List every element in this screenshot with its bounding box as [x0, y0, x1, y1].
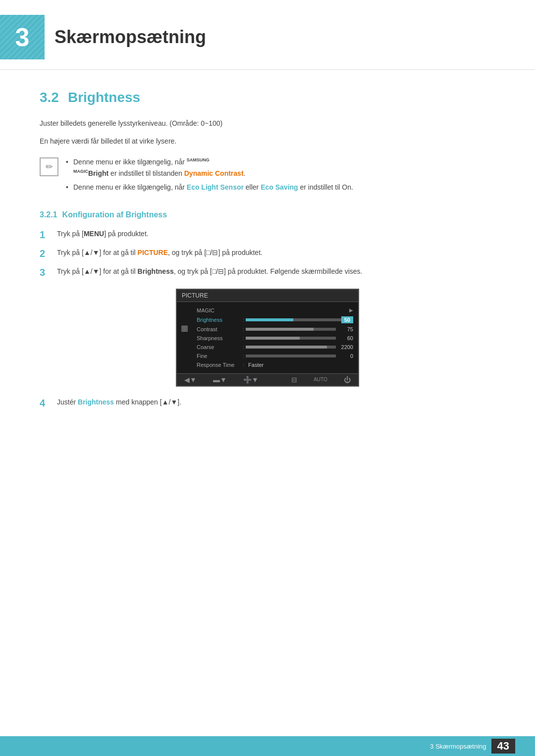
note1-text-after: . [244, 169, 246, 177]
step-1-number: 1 [40, 228, 50, 241]
chapter-number: 3 [15, 22, 30, 52]
note1-text-middle: er indstillet til tilstanden [108, 169, 184, 177]
note-box: ✏ Denne menu er ikke tilgængelig, når SA… [40, 156, 495, 196]
bottom-icon-3: ➕▼ [243, 376, 259, 384]
colon-2: : [243, 326, 244, 332]
note1-text-before: Denne menu er ikke tilgængelig, når [73, 158, 187, 166]
step-2-text: Tryk på [▲/▼] for at gå til PICTURE, og … [57, 247, 495, 258]
subsection-number: 3.2.1 [40, 210, 57, 219]
monitor-left-icons: ▦ [177, 306, 192, 369]
monitor-title-bar: PICTURE [177, 290, 358, 302]
step-2-number: 2 [40, 247, 50, 260]
coarse-bar-container [246, 346, 336, 349]
menu-item-contrast-label: Contrast [197, 326, 241, 332]
sharpness-bar [246, 337, 336, 340]
step-3-text: Tryk på [▲/▼] for at gå til Brightness, … [57, 266, 495, 277]
sharpness-bar-fill [246, 337, 300, 340]
colon-6: : [243, 362, 244, 368]
contrast-bar [246, 328, 336, 331]
brightness-value: 50 [341, 316, 353, 323]
note-item-2: Denne menu er ikke tilgængelig, når Eco … [66, 182, 495, 194]
contrast-bar-fill [246, 328, 313, 331]
menu-item-sharpness-label: Sharpness [197, 335, 241, 341]
contrast-value: 75 [338, 326, 353, 332]
monitor-bottom-bar: ◀▼ ▬▼ ➕▼ ⊟ AUTO ⏻ [177, 373, 358, 386]
colon-4: : [243, 344, 244, 350]
step-1: 1 Tryk på [MENU] på produktet. [40, 228, 495, 241]
note2-text-before: Denne menu er ikke tilgængelig, når [73, 183, 187, 191]
menu-item-contrast: Contrast : 75 [194, 325, 356, 334]
colon-1: : [243, 317, 244, 323]
monitor-title: PICTURE [182, 292, 208, 299]
intro-line1: Juster billedets generelle lysstyrkenive… [40, 118, 495, 130]
magic-arrow: ▶ [349, 307, 353, 313]
subsection-title: Konfiguration af Brightness [62, 210, 167, 219]
menu-item-brightness: Brightness : 50 [194, 315, 356, 325]
menu-item-sharpness: Sharpness : 60 [194, 334, 356, 343]
section-title: Brightness [68, 90, 140, 105]
colon-5: : [243, 353, 244, 359]
chapter-title: Skærmopsætning [54, 27, 206, 48]
brightness-bar [246, 318, 341, 321]
sharpness-bar-container [246, 337, 336, 340]
menu-item-fine: Fine : 0 [194, 352, 356, 360]
step-4: 4 Justér Brightness med knappen [▲/▼]. [40, 397, 495, 409]
fine-bar [246, 354, 336, 357]
note-icon: ✏ [40, 157, 58, 176]
step-1-text: Tryk på [MENU] på produktet. [57, 228, 495, 239]
magic-label: MAGIC [197, 307, 214, 313]
menu-item-response-time: Response Time : Faster [194, 360, 356, 369]
fine-value: 0 [338, 353, 353, 359]
step-4-number: 4 [40, 397, 50, 409]
footer-page: 43 [491, 739, 515, 754]
step-2: 2 Tryk på [▲/▼] for at gå til PICTURE, o… [40, 247, 495, 260]
chapter-header: 3 Skærmopsætning [0, 0, 535, 70]
note2-eco-saving: Eco Saving [261, 183, 298, 191]
monitor-menu: MAGIC ▶ Brightness : 50 Contras [192, 306, 358, 369]
note2-text-middle: eller [244, 183, 261, 191]
menu-item-coarse-label: Coarse [197, 344, 241, 350]
note2-text-after: er indstillet til On. [298, 183, 353, 191]
contrast-bar-container [246, 328, 336, 331]
bottom-icon-1: ◀▼ [184, 376, 197, 384]
note2-eco-light: Eco Light Sensor [187, 183, 244, 191]
fine-bar-container [246, 354, 336, 357]
footer: 3 Skærmopsætning 43 [0, 736, 535, 756]
chapter-number-box: 3 [0, 15, 45, 59]
steps-container: 1 Tryk på [MENU] på produktet. 2 Tryk på… [40, 228, 495, 279]
note1-bright: Bright [88, 169, 108, 177]
coarse-bar [246, 346, 336, 349]
bottom-icon-4: ⊟ [291, 376, 297, 384]
step-3-number: 3 [40, 266, 50, 279]
sharpness-value: 60 [338, 335, 353, 341]
section-heading: 3.2 Brightness [40, 90, 495, 105]
footer-text: 3 Skærmopsætning [430, 743, 486, 750]
monitor-screenshot: PICTURE ▦ MAGIC ▶ Brightness : [176, 289, 359, 387]
note1-dynamic-contrast: Dynamic Contrast [184, 169, 244, 177]
bottom-icon-power: ⏻ [344, 376, 351, 384]
menu-item-fine-label: Fine [197, 353, 241, 359]
monitor-magic-row: MAGIC ▶ [194, 306, 356, 315]
section-number: 3.2 [40, 90, 59, 105]
response-time-value: Faster [248, 362, 264, 368]
step-3: 3 Tryk på [▲/▼] for at gå til Brightness… [40, 266, 495, 279]
monitor-content: ▦ MAGIC ▶ Brightness : 50 [177, 302, 358, 373]
coarse-value: 2200 [338, 344, 353, 350]
menu-item-response-label: Response Time [197, 362, 241, 368]
monitor-left-icon: ▦ [181, 323, 188, 333]
subsection-heading: 3.2.1 Konfiguration af Brightness [40, 210, 495, 219]
menu-item-coarse: Coarse : 2200 [194, 343, 356, 352]
bottom-icon-auto: AUTO [314, 377, 327, 382]
menu-item-brightness-label: Brightness [197, 317, 241, 323]
brightness-bar-fill [246, 318, 293, 321]
intro-line2: En højere værdi får billedet til at virk… [40, 136, 495, 148]
brightness-bar-container [246, 318, 341, 321]
coarse-bar-fill [246, 346, 327, 349]
note-item-1: Denne menu er ikke tilgængelig, når SAMS… [66, 156, 495, 180]
pencil-icon: ✏ [46, 161, 53, 172]
colon-3: : [243, 335, 244, 341]
main-content: 3.2 Brightness Juster billedets generell… [0, 90, 535, 409]
bottom-icon-2: ▬▼ [213, 376, 227, 384]
note-content: Denne menu er ikke tilgængelig, når SAMS… [66, 156, 495, 196]
step-4-text: Justér Brightness med knappen [▲/▼]. [57, 397, 495, 407]
